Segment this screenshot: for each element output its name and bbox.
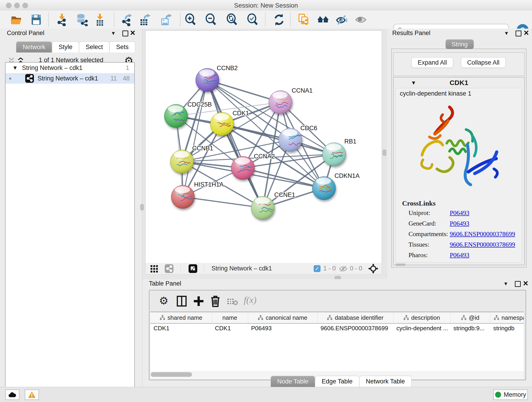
delete-table-icon[interactable] [227,298,238,306]
table-options-gear-icon[interactable]: ⚙ [159,295,168,306]
column-header-database-identifier[interactable]: database identifier [317,312,393,323]
hidden-elements-icon[interactable] [339,266,348,272]
crosslink-link[interactable]: P06493 [450,220,469,227]
tab-select[interactable]: Select [79,41,109,52]
tab-string[interactable]: String [446,39,474,49]
warning-button[interactable] [25,389,39,400]
panel-float-icon[interactable] [515,281,521,287]
network-node-CDK1[interactable] [210,112,234,136]
column-header-name[interactable]: name [212,312,248,323]
network-node-CCNA1[interactable] [269,90,292,114]
right-splitter-handle[interactable] [383,149,386,156]
table-hscroll-thumb[interactable] [151,372,192,377]
collapse-all-button[interactable]: Collapse All [461,57,506,68]
panel-menu-icon[interactable]: ▾ [112,30,115,37]
column-header-shared-name[interactable]: shared name [150,312,212,323]
show-all-icon[interactable] [355,13,367,26]
export-table-icon[interactable] [139,13,152,26]
network-node-CDC6[interactable] [279,128,302,152]
birdseye-view-icon[interactable] [189,264,197,273]
crosslink-link[interactable]: P06493 [450,251,469,259]
panel-close-icon[interactable]: × [523,281,528,286]
warning-icon [28,391,36,398]
zoom-out-icon[interactable] [205,13,218,26]
column-header-canonical-name[interactable]: canonical name [248,312,317,323]
tab-edge-table[interactable]: Edge Table [315,376,359,387]
hide-selected-icon[interactable] [335,13,348,26]
import-network-icon[interactable] [56,13,68,26]
copy-icon[interactable] [297,13,310,26]
refresh-icon[interactable] [273,13,285,26]
network-graph[interactable]: CCNB2CCNA1CDC25BCDK1CDC6RB1CCNB1CCNA2CDK… [146,31,382,263]
tab-node-table[interactable]: Node Table [271,376,315,387]
table-cell[interactable]: 9606.ENSP00000378699 [317,323,393,333]
zoom-selected-icon[interactable] [247,13,259,26]
panel-menu-icon[interactable]: ▾ [505,30,508,37]
tab-network-table[interactable]: Network Table [359,376,412,387]
protein-name: CDK1 [394,79,524,87]
toolbar-separator [180,13,181,27]
table-cell[interactable]: P06493 [248,323,317,333]
table-row[interactable]: CDK1CDK1P064939606.ENSP00000378699cyclin… [150,323,524,333]
zoom-fit-icon[interactable] [226,13,239,26]
left-splitter-handle[interactable] [140,204,144,211]
table-cell[interactable]: CDK1 [150,323,212,333]
crosslink-link[interactable]: 9606.ENSP00000378699 [450,230,515,237]
table-cell[interactable]: CDK1 [212,323,248,333]
function-builder-icon[interactable]: f(x) [244,294,257,305]
save-session-icon[interactable] [30,13,43,26]
tab-network[interactable]: Network [16,41,52,52]
network-node-RB1[interactable] [322,143,346,166]
network-collection-row[interactable]: ▼ String Network – cdk1 1 [6,63,134,73]
expand-all-button[interactable]: Expand All [412,57,453,68]
crosslink-link[interactable]: P06493 [450,209,469,216]
show-columns-icon[interactable] [177,295,187,307]
node-table: shared namenamecanonical namedatabase id… [150,312,524,379]
grid-view-icon[interactable] [151,265,158,273]
column-header-description[interactable]: description [393,312,450,323]
panel-float-icon[interactable] [122,31,128,36]
export-network-icon[interactable] [121,13,134,26]
zoom-in-icon[interactable] [184,13,197,26]
network-node-CCNE1[interactable] [251,196,274,220]
delete-column-icon[interactable] [210,295,220,307]
network-node-CDC25B[interactable] [164,104,188,128]
network-canvas[interactable]: CCNB2CCNA1CDC25BCDK1CDC6RB1CCNB1CCNA2CDK… [145,31,382,263]
add-column-icon[interactable] [193,295,204,307]
import-database-icon[interactable] [75,13,88,26]
export-image-icon[interactable] [159,13,172,26]
results-hscroll-thumb[interactable] [395,264,405,266]
tab-sets[interactable]: Sets [109,41,135,52]
table-cell[interactable]: cyclin-dependent ... [393,323,450,333]
column-header-@id[interactable]: @id [450,312,490,323]
network-edge[interactable] [183,197,263,208]
panel-close-icon[interactable]: × [524,31,529,35]
memory-button[interactable]: Memory [493,389,528,400]
network-view-type-icon[interactable] [165,264,173,273]
panel-close-icon[interactable]: × [130,31,135,35]
cloud-button[interactable] [5,389,19,400]
panel-menu-icon[interactable]: ▾ [504,280,507,287]
open-session-icon[interactable] [10,13,23,26]
panel-float-icon[interactable] [515,31,521,36]
network-node-CCNB2[interactable] [196,68,219,92]
column-header-namespace[interactable]: namespace [490,312,524,323]
table-cell[interactable]: stringdb:9... [450,323,490,333]
network-node-HIST1H1A[interactable] [171,185,195,209]
import-table-icon[interactable] [94,13,106,26]
network-node-CCNB1[interactable] [170,150,194,173]
crosslink-row: Pharos:P06493 [409,251,519,259]
fit-content-crosshair-icon[interactable] [368,264,378,274]
home-layout-icon[interactable] [317,13,329,26]
network-edge[interactable] [183,80,207,197]
network-tree: ▼ String Network – cdk1 1 ● String Netwo… [5,62,135,402]
network-node-CCNA2[interactable] [231,156,254,180]
selected-nodes-checkbox[interactable]: ✓ [314,265,321,272]
tab-style[interactable]: Style [52,41,79,52]
network-node-CDKN1A[interactable] [312,177,336,200]
crosslink-link[interactable]: 9606.ENSP00000378699 [450,241,515,248]
network-row[interactable]: ● String Network – cdk1 11 48 [6,73,134,84]
table-cell[interactable]: stringdb [490,323,524,333]
network-view-area: CCNB2CCNA1CDC25BCDK1CDC6RB1CCNB1CCNA2CDK… [142,29,387,279]
tree-expander-icon[interactable]: ▼ [12,63,18,73]
